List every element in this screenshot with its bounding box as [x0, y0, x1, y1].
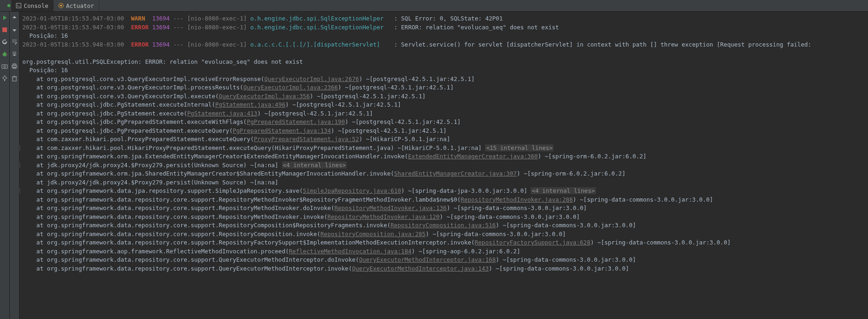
source-link[interactable]: RepositoryComposition.java:516	[390, 222, 496, 229]
trace-prefix: at org.springframework.data.repository.c…	[22, 256, 359, 263]
trace-prefix: at jdk.proxy24/jdk.proxy24.$Proxy279.per…	[22, 162, 282, 169]
trace-suffix: ) ~[spring-orm-6.0.2.jar:6.0.2]	[517, 170, 625, 177]
trace-prefix: at org.postgresql.jdbc.PgPreparedStateme…	[22, 127, 233, 134]
svg-rect-9	[2, 65, 7, 68]
log-pid: 13694	[152, 41, 170, 48]
trace-prefix: at org.postgresql.core.v3.QueryExecutorI…	[22, 84, 243, 91]
stop-icon[interactable]	[1, 27, 8, 33]
source-link[interactable]: ReflectiveMethodInvocation.java:184	[289, 248, 411, 255]
log-line: at org.springframework.data.repository.c…	[22, 230, 868, 239]
log-line: at org.springframework.orm.jpa.ExtendedE…	[22, 152, 868, 161]
svg-point-5	[3, 53, 7, 56]
trace-prefix: at org.springframework.data.repository.c…	[22, 196, 461, 203]
source-link[interactable]: QueryExecutorMethodInterceptor.java:143	[352, 265, 489, 272]
trace-prefix: at org.springframework.data.repository.c…	[22, 213, 328, 220]
source-link[interactable]: PgStatement.java:413	[187, 110, 258, 117]
log-line: at org.springframework.data.repository.c…	[22, 256, 868, 265]
up-trace-icon[interactable]	[11, 14, 18, 21]
ide-debug-icon	[7, 3, 11, 8]
log-pid: 13694	[152, 15, 170, 22]
terminal-icon	[16, 3, 21, 8]
log-message: : Servlet.service() for servlet [dispatc…	[394, 41, 812, 48]
print-icon[interactable]	[11, 63, 18, 69]
trace-prefix: at org.postgresql.jdbc.PgPreparedStateme…	[22, 118, 247, 125]
log-line: at jdk.proxy24/jdk.proxy24.$Proxy279.per…	[22, 178, 868, 187]
fold-toggle-icon[interactable]: +	[20, 162, 20, 168]
log-line: org.postgresql.util.PSQLException: ERROR…	[22, 58, 868, 67]
trace-prefix: at org.postgresql.core.v3.QueryExecutorI…	[22, 93, 219, 100]
svg-rect-4	[2, 27, 7, 32]
camera-icon[interactable]	[1, 63, 8, 69]
source-link[interactable]: QueryExecutorImpl.java:2676	[264, 75, 359, 82]
log-line: at org.springframework.data.repository.c…	[22, 204, 868, 213]
trace-suffix: ) ~[spring-data-commons-3.0.0.jar:3.0.0]	[425, 231, 566, 238]
scroll-end-icon[interactable]	[11, 51, 18, 57]
trace-prefix: at org.springframework.aop.framework.Ref…	[22, 248, 289, 255]
svg-rect-12	[13, 64, 16, 65]
trace-prefix: at com.zaxxer.hikari.pool.HikariProxyPre…	[22, 144, 485, 151]
log-line: at org.postgresql.jdbc.PgPreparedStateme…	[22, 127, 868, 136]
source-link[interactable]: SimpleJpaRepository.java:610	[303, 187, 401, 194]
console-output[interactable]: 2023-01-05T18:15:53.947-03:00 WARN 13694…	[20, 12, 868, 319]
source-link[interactable]: SharedEntityManagerCreator.java:307	[394, 170, 517, 177]
log-line	[22, 49, 868, 58]
source-link[interactable]: RepositoryMethodInvoker.java:288	[461, 196, 573, 203]
bug-icon[interactable]	[1, 51, 8, 57]
trace-prefix: at org.springframework.orm.jpa.ExtendedE…	[22, 153, 408, 160]
internal-fold[interactable]: <4 internal lines>	[282, 162, 347, 169]
log-thread: [nio-8080-exec-1]	[187, 41, 247, 48]
source-link[interactable]: ProxyPreparedStatement.java:52	[254, 136, 359, 143]
source-link[interactable]: RepositoryMethodInvoker.java:136	[335, 204, 447, 211]
log-logger: o.h.engine.jdbc.spi.SqlExceptionHelper	[250, 15, 387, 22]
log-line: at org.postgresql.core.v3.QueryExecutorI…	[22, 92, 868, 101]
source-link[interactable]: RepositoryMethodInvoker.java:120	[328, 213, 440, 220]
rerun-icon[interactable]	[1, 14, 8, 21]
tab-actuator[interactable]: Actuator	[54, 0, 99, 11]
log-level: ERROR	[131, 24, 149, 31]
log-text: at jdk.proxy24/jdk.proxy24.$Proxy279.per…	[22, 179, 278, 186]
source-link[interactable]: PgStatement.java:496	[215, 101, 286, 108]
svg-rect-14	[13, 77, 16, 81]
down-trace-icon[interactable]	[11, 27, 18, 33]
trace-prefix: at com.zaxxer.hikari.pool.ProxyPreparedS…	[22, 136, 254, 143]
fold-toggle-icon[interactable]: +	[20, 188, 20, 194]
log-sep: ---	[173, 24, 184, 31]
log-logger: o.h.engine.jdbc.spi.SqlExceptionHelper	[250, 24, 387, 31]
log-line: at org.springframework.data.jpa.reposito…	[22, 187, 868, 196]
source-link[interactable]: PgPreparedStatement.java:190	[247, 118, 345, 125]
source-link[interactable]: RepositoryComposition.java:285	[321, 231, 426, 238]
trace-prefix: at org.springframework.data.jpa.reposito…	[22, 187, 303, 194]
source-link[interactable]: RepositoryFactorySupport.java:628	[475, 239, 590, 246]
source-link[interactable]: QueryExecutorImpl.java:2366	[243, 84, 338, 91]
log-logger: o.a.c.c.C.[.[.[/].[dispatcherServlet]	[250, 41, 387, 48]
internal-fold[interactable]: <15 internal lines>	[485, 144, 554, 151]
log-pid: 13694	[152, 24, 170, 31]
log-line: at org.springframework.data.repository.c…	[22, 213, 868, 222]
trace-prefix: at org.springframework.orm.jpa.SharedEnt…	[22, 170, 394, 177]
pin-icon[interactable]	[1, 75, 8, 81]
source-link[interactable]: QueryExecutorMethodInterceptor.java:168	[359, 256, 496, 263]
source-link[interactable]: PgPreparedStatement.java:134	[233, 127, 331, 134]
fold-toggle-icon[interactable]: +	[20, 145, 20, 151]
source-link[interactable]: QueryExecutorImpl.java:356	[219, 93, 310, 100]
log-line: at com.zaxxer.hikari.pool.ProxyPreparedS…	[22, 135, 868, 144]
trace-suffix: ) ~[postgresql-42.5.1.jar:42.5.1]	[310, 93, 425, 100]
trace-prefix: at org.springframework.data.repository.c…	[22, 204, 335, 211]
log-line: at jdk.proxy24/jdk.proxy24.$Proxy279.per…	[22, 161, 868, 170]
log-timestamp: 2023-01-05T18:15:53.947-03:00	[22, 24, 124, 31]
internal-fold[interactable]: <4 internal lines>	[531, 187, 595, 194]
clear-icon[interactable]	[11, 75, 18, 81]
source-link[interactable]: ExtendedEntityManagerCreator.java:360	[408, 153, 538, 160]
trace-prefix: at org.postgresql.jdbc.PgStatement.execu…	[22, 110, 187, 117]
soft-wrap-icon[interactable]	[11, 39, 18, 45]
trace-prefix: at org.springframework.data.repository.c…	[22, 222, 390, 229]
log-line: 2023-01-05T18:15:53.947-03:00 ERROR 1369…	[22, 23, 868, 32]
restart-icon[interactable]	[1, 39, 8, 45]
trace-suffix: ) ~[spring-data-commons-3.0.0.jar:3.0.0]	[496, 256, 636, 263]
log-line: at org.springframework.data.repository.c…	[22, 238, 868, 247]
trace-prefix: at org.springframework.data.repository.c…	[22, 265, 352, 272]
actuator-icon	[58, 3, 64, 8]
log-line: at org.postgresql.jdbc.PgStatement.execu…	[22, 101, 868, 109]
tab-console[interactable]: Console	[11, 0, 54, 11]
svg-rect-1	[16, 3, 21, 8]
